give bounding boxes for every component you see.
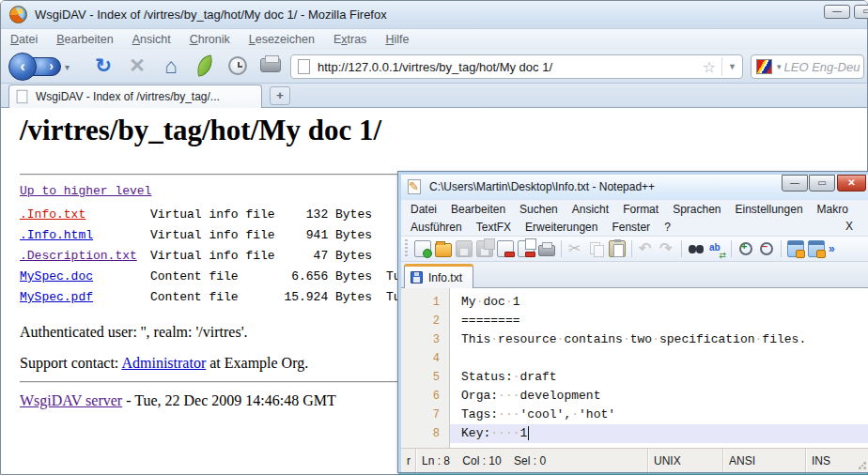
open-file-icon[interactable]: [435, 243, 452, 257]
file-link[interactable]: .Description.txt: [20, 246, 150, 267]
editor-line[interactable]: Status:·draft: [450, 368, 868, 387]
close-all-icon[interactable]: [518, 240, 535, 257]
doc-switch-icon[interactable]: [808, 240, 825, 257]
menu-item-bearbeiten[interactable]: Bearbeiten: [56, 33, 113, 46]
status-eol-format[interactable]: UNIX: [648, 449, 723, 472]
npp-menu-item-ausfhren[interactable]: Ausführen: [411, 221, 462, 234]
new-file-icon[interactable]: [414, 240, 431, 257]
reload-icon[interactable]: ↻: [91, 53, 116, 79]
notepadpp-titlebar[interactable]: C:\Users\Martin\Desktop\Info.txt - Notep…: [401, 175, 868, 200]
file-link[interactable]: .Info.html: [20, 225, 150, 246]
toolbar-separator: [731, 240, 732, 257]
menu-item-hilfe[interactable]: Hilfe: [385, 33, 409, 46]
npp-menu-item-textfx[interactable]: TextFX: [476, 221, 511, 234]
extension-leaf-icon[interactable]: [194, 54, 215, 76]
save-all-icon[interactable]: [476, 240, 493, 257]
menu-item-lesezeichen[interactable]: Lesezeichen: [249, 33, 315, 46]
maximize-button[interactable]: ▭: [854, 5, 868, 19]
file-link[interactable]: MySpec.pdf: [20, 287, 150, 308]
notepadpp-window-title: C:\Users\Martin\Desktop\Info.txt - Notep…: [429, 180, 655, 193]
redo-icon[interactable]: [659, 240, 675, 257]
npp-menu-item-datei[interactable]: Datei: [411, 203, 437, 216]
paste-icon[interactable]: [609, 240, 626, 257]
toolbar-overflow-chevron[interactable]: »: [829, 242, 835, 255]
tab-wsgidav[interactable]: WsgiDAV - Index of /virtres/by_tag/...: [8, 84, 262, 108]
status-encoding[interactable]: ANSI: [723, 449, 806, 472]
save-icon[interactable]: [456, 240, 473, 257]
editor-line[interactable]: Tags:···'cool',·'hot': [450, 406, 868, 424]
editor-line[interactable]: Key:····1: [450, 424, 868, 443]
url-input[interactable]: [318, 60, 703, 74]
file-link[interactable]: MySpec.doc: [20, 267, 150, 287]
whitespace-dot: ·: [755, 332, 763, 346]
close-file-icon[interactable]: [497, 240, 514, 257]
site-page-icon[interactable]: [298, 59, 310, 74]
status-typing-mode[interactable]: INS: [806, 449, 855, 472]
copy-icon[interactable]: [588, 240, 605, 257]
file-size: 6.656 Bytes: [282, 267, 372, 287]
firefox-titlebar[interactable]: WsgiDAV - Index of /virtres/by_tag/hot/M…: [1, 1, 867, 29]
search-box[interactable]: ▾: [751, 54, 864, 79]
editor-line[interactable]: This·resource·contains·two·specification…: [450, 330, 868, 349]
npp-menu-item-einstellungen[interactable]: Einstellungen: [736, 203, 803, 216]
editor-line[interactable]: My·doc·1: [450, 293, 868, 312]
notepadpp-menubar: DateiBearbeitenSuchenAnsichtFormatSprach…: [401, 200, 868, 236]
npp-minimize-button[interactable]: —: [782, 175, 808, 192]
wsgidav-server-link[interactable]: WsgiDAV server: [20, 392, 122, 408]
whitespace-dot: ·: [623, 332, 630, 346]
url-bar[interactable]: ☆ ▼: [290, 54, 743, 79]
minimize-button[interactable]: —: [824, 5, 850, 19]
npp-menu-item-ansicht[interactable]: Ansicht: [572, 203, 609, 216]
menu-item-extras[interactable]: Extras: [333, 33, 366, 46]
up-to-higher-level-link[interactable]: Up to higher level: [20, 184, 151, 198]
print-icon[interactable]: [260, 58, 281, 72]
search-engine-leo-icon[interactable]: [756, 59, 772, 74]
npp-menu-item-format[interactable]: Format: [623, 203, 659, 216]
new-tab-button[interactable]: +: [270, 86, 290, 105]
file-type: Content file: [150, 287, 282, 308]
history-clock-icon[interactable]: [228, 56, 247, 75]
menu-item-datei[interactable]: Datei: [10, 33, 38, 46]
npp-menu-item-?[interactable]: ?: [664, 221, 671, 234]
npp-maximize-button[interactable]: ▭: [809, 175, 835, 192]
editor-line[interactable]: Orga:···development: [450, 387, 868, 406]
editor-text[interactable]: My·doc·1========This·resource·contains·t…: [450, 288, 868, 448]
find-icon[interactable]: [688, 240, 705, 257]
stop-icon[interactable]: ✕: [125, 53, 149, 79]
menu-item-ansicht[interactable]: Ansicht: [132, 33, 171, 46]
npp-menu-item-fenster[interactable]: Fenster: [612, 221, 650, 234]
url-dropdown-icon[interactable]: ▼: [721, 57, 742, 76]
resize-grip[interactable]: [855, 449, 868, 472]
undo-icon[interactable]: [638, 240, 655, 257]
history-dropdown-icon[interactable]: ▾: [65, 62, 70, 72]
home-icon[interactable]: ⌂: [159, 53, 183, 79]
back-button[interactable]: ‹: [8, 53, 37, 81]
npp-menu-item-makro[interactable]: Makro: [817, 203, 848, 216]
npp-menu-item-sprachen[interactable]: Sprachen: [673, 203, 721, 216]
menu-item-chronik[interactable]: Chronik: [190, 33, 230, 46]
npp-menu-item-suchen[interactable]: Suchen: [519, 203, 558, 216]
print-icon[interactable]: [538, 245, 555, 256]
cut-icon[interactable]: [567, 240, 584, 257]
file-link[interactable]: .Info.txt: [20, 205, 150, 225]
editor-area[interactable]: 12345678 My·doc·1========This·resource·c…: [401, 288, 868, 448]
zoom-in-icon[interactable]: [737, 240, 754, 257]
search-input[interactable]: [784, 60, 863, 74]
npp-close-button[interactable]: ✕: [837, 175, 866, 192]
editor-line[interactable]: ========: [450, 312, 868, 330]
administrator-link[interactable]: Administrator: [121, 355, 206, 371]
search-engine-dropdown-icon[interactable]: ▾: [774, 62, 784, 71]
npp-menu-item-erweiterungen[interactable]: Erweiterungen: [525, 221, 597, 234]
tab-info-txt[interactable]: Info.txt: [404, 264, 473, 288]
npp-menu-item-bearbeiten[interactable]: Bearbeiten: [451, 203, 505, 216]
zoom-out-icon[interactable]: [758, 240, 775, 257]
file-type: Virtual info file: [150, 205, 282, 225]
tab-title: WsgiDAV - Index of /virtres/by_tag/...: [36, 90, 220, 103]
doc-close-x-button[interactable]: X: [845, 220, 853, 233]
editor-line[interactable]: [450, 349, 868, 368]
file-row: .Description.txtVirtual info file47 Byte…: [20, 246, 401, 267]
bookmark-star-icon[interactable]: ☆: [703, 58, 716, 76]
toolbar-separator: [631, 240, 632, 257]
doc-monitor-icon[interactable]: [787, 240, 804, 257]
replace-icon[interactable]: [708, 240, 725, 257]
